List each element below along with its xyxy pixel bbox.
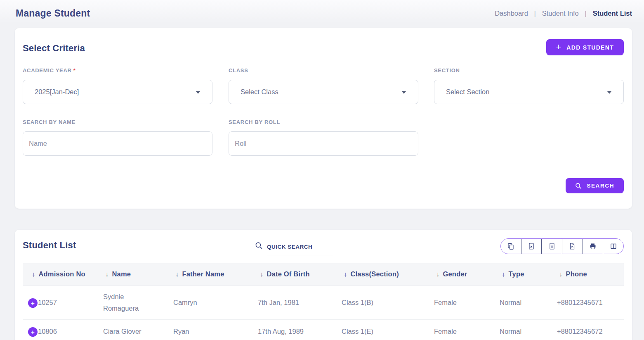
cell-class-section: Class 1(B) xyxy=(333,285,426,319)
student-table: ↓Admission No ↓Name ↓Father Name ↓Date O… xyxy=(23,263,624,340)
sort-icon: ↓ xyxy=(32,270,35,278)
export-toolbar xyxy=(500,238,624,254)
page-title: Manage Student xyxy=(16,8,90,19)
class-label: CLASS xyxy=(229,67,418,74)
column-header-class-section[interactable]: ↓Class(Section) xyxy=(333,263,426,285)
chevron-down-icon xyxy=(607,91,611,94)
pdf-icon xyxy=(569,243,576,250)
breadcrumb-dashboard[interactable]: Dashboard xyxy=(495,10,528,17)
section-label: SECTION xyxy=(434,67,624,74)
column-header-admission-no[interactable]: ↓Admission No xyxy=(23,263,95,285)
breadcrumb: Dashboard | Student Info | Student List xyxy=(495,10,632,17)
plus-icon: + xyxy=(556,43,561,52)
sort-icon: ↓ xyxy=(502,270,505,278)
roll-input[interactable] xyxy=(229,131,418,156)
section-field-group: SECTION Select Section xyxy=(434,67,624,104)
cell-name: Ciara Glover xyxy=(95,319,165,340)
file-text-icon xyxy=(548,243,556,250)
chevron-down-icon xyxy=(402,91,406,94)
breadcrumb-separator: | xyxy=(534,10,536,17)
column-header-father-name[interactable]: ↓Father Name xyxy=(165,263,250,285)
quick-search-input[interactable] xyxy=(267,239,333,255)
table-row: +10257 Sydnie Romaguera Camryn 7th Jan, … xyxy=(23,285,624,319)
cell-father-name: Ryan xyxy=(165,319,250,340)
class-select-placeholder: Select Class xyxy=(241,88,278,96)
name-input[interactable] xyxy=(23,131,212,156)
export-copy-button[interactable] xyxy=(501,239,521,254)
student-list-card: Student List ↓Admission No xyxy=(15,230,632,340)
export-columns-button[interactable] xyxy=(603,239,623,254)
export-excel-button[interactable] xyxy=(521,239,542,254)
sort-icon: ↓ xyxy=(105,270,109,278)
cell-class-section: Class 1(E) xyxy=(333,319,426,340)
search-button-label: SEARCH xyxy=(587,183,614,189)
cell-phone: +88012345672 xyxy=(549,319,624,340)
table-row: +10806 Ciara Glover Ryan 17th Aug, 1989 … xyxy=(23,319,624,340)
sort-icon: ↓ xyxy=(260,270,263,278)
excel-icon xyxy=(528,243,535,250)
required-asterisk: * xyxy=(73,67,76,74)
cell-date-of-birth: 17th Aug, 1989 xyxy=(250,319,333,340)
table-header-row: ↓Admission No ↓Name ↓Father Name ↓Date O… xyxy=(23,263,624,285)
export-print-button[interactable] xyxy=(583,239,604,254)
cell-admission-no: +10257 xyxy=(23,285,95,319)
class-field-group: CLASS Select Class xyxy=(229,67,418,104)
sort-icon: ↓ xyxy=(175,270,179,278)
cell-name: Sydnie Romaguera xyxy=(95,285,165,319)
cell-father-name: Camryn xyxy=(165,285,250,319)
select-criteria-card: Select Criteria + ADD STUDENT ACADEMIC Y… xyxy=(15,28,632,209)
breadcrumb-student-list: Student List xyxy=(593,10,632,17)
column-header-gender[interactable]: ↓Gender xyxy=(426,263,491,285)
breadcrumb-student-info[interactable]: Student Info xyxy=(542,10,579,17)
academic-year-label: ACADEMIC YEAR* xyxy=(23,67,212,74)
sort-icon: ↓ xyxy=(344,270,347,278)
copy-icon xyxy=(507,243,514,250)
chevron-down-icon xyxy=(196,91,200,94)
column-header-name[interactable]: ↓Name xyxy=(95,263,165,285)
search-by-roll-label: SEARCH BY ROLL xyxy=(229,119,418,125)
print-icon xyxy=(589,243,597,250)
cell-date-of-birth: 7th Jan, 1981 xyxy=(250,285,333,319)
class-select[interactable]: Select Class xyxy=(229,80,418,104)
expand-row-button[interactable]: + xyxy=(28,327,38,337)
search-icon xyxy=(575,183,582,189)
select-criteria-heading: Select Criteria xyxy=(23,43,85,54)
columns-icon xyxy=(610,243,617,250)
cell-admission-no: +10806 xyxy=(23,319,95,340)
student-list-heading: Student List xyxy=(23,240,76,251)
cell-type: Normal xyxy=(491,285,549,319)
sort-icon: ↓ xyxy=(436,270,439,278)
search-button[interactable]: SEARCH xyxy=(566,178,624,193)
expand-row-button[interactable]: + xyxy=(28,298,38,308)
section-select[interactable]: Select Section xyxy=(434,80,624,104)
search-by-roll-field-group: SEARCH BY ROLL xyxy=(229,119,418,156)
add-student-button[interactable]: + ADD STUDENT xyxy=(546,39,624,55)
cell-gender: Female xyxy=(426,319,491,340)
cell-type: Normal xyxy=(491,319,549,340)
sort-icon: ↓ xyxy=(559,270,562,278)
section-select-placeholder: Select Section xyxy=(446,88,489,96)
breadcrumb-separator: | xyxy=(585,10,587,17)
search-by-name-label: SEARCH BY NAME xyxy=(23,119,212,125)
search-icon xyxy=(255,242,263,250)
academic-year-select[interactable]: 2025[Jan-Dec] xyxy=(23,80,212,104)
column-header-type[interactable]: ↓Type xyxy=(491,263,549,285)
add-student-label: ADD STUDENT xyxy=(566,44,614,51)
academic-year-value: 2025[Jan-Dec] xyxy=(35,88,79,96)
academic-year-field-group: ACADEMIC YEAR* 2025[Jan-Dec] xyxy=(23,67,212,104)
export-pdf-button[interactable] xyxy=(562,239,583,254)
column-header-date-of-birth[interactable]: ↓Date Of Birth xyxy=(250,263,333,285)
export-csv-button[interactable] xyxy=(542,239,562,254)
search-by-name-field-group: SEARCH BY NAME xyxy=(23,119,212,156)
column-header-phone[interactable]: ↓Phone xyxy=(549,263,624,285)
cell-gender: Female xyxy=(426,285,491,319)
topbar: Manage Student Dashboard | Student Info … xyxy=(16,6,632,21)
quick-search xyxy=(255,239,333,255)
cell-phone: +88012345671 xyxy=(549,285,624,319)
